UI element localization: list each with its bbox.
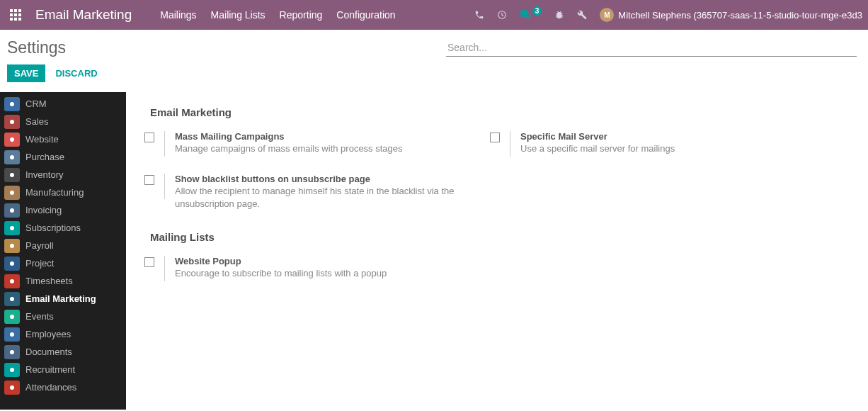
svg-point-11 [10,120,14,124]
sidebar-item-label: Subscriptions [25,223,81,233]
svg-point-13 [10,155,14,159]
svg-point-23 [10,332,14,337]
sidebar-item-sales[interactable]: Sales [0,113,126,130]
setting-text: Show blacklist buttons on unsubscribe pa… [175,174,466,210]
settings-row: Show blacklist buttons on unsubscribe pa… [140,174,854,227]
save-button[interactable]: SAVE [7,64,45,82]
sidebar-item-website[interactable]: Website [0,130,126,148]
svg-point-24 [10,350,14,354]
svg-rect-6 [10,18,13,21]
svg-rect-8 [18,18,21,21]
sidebar-item-label: Payroll [25,240,54,251]
discard-button[interactable]: DISCARD [55,68,97,79]
sidebar-item-attendances[interactable]: Attendances [0,378,126,396]
svg-rect-1 [14,9,17,12]
divider [510,131,510,157]
section-title: Mailing Lists [140,227,854,247]
svg-rect-3 [10,13,13,16]
svg-point-12 [10,137,14,142]
menu-configuration[interactable]: Configuration [336,9,395,21]
search-box [446,39,857,57]
setting-desc: Manage campaigns of mass emails with pro… [175,142,466,155]
setting-label: Show blacklist buttons on unsubscribe pa… [175,174,466,184]
sidebar-item-label: Manufacturing [25,187,84,198]
checkbox[interactable] [490,133,500,142]
sidebar-item-events[interactable]: Events [0,308,126,325]
checkbox[interactable] [144,257,154,267]
sidebar-item-label: Documents [25,347,72,357]
bug-icon[interactable] [554,10,564,20]
sidebar-item-timesheets[interactable]: Timesheets [0,272,126,290]
sidebar-item-label: Employees [25,329,71,339]
setting-text: Website PopupEncourage to subscribe to m… [175,256,466,281]
phone-icon[interactable] [474,10,484,20]
sidebar-item-documents[interactable]: Documents [0,343,126,361]
app-title[interactable]: Email Marketing [35,7,132,23]
setting-item: Specific Mail ServerUse a specific mail … [486,131,797,157]
svg-point-22 [10,315,14,319]
checkbox[interactable] [144,133,154,142]
sidebar-item-label: Project [25,258,54,269]
topbar: Email Marketing Mailings Mailing Lists R… [0,0,868,30]
setting-label: Specific Mail Server [520,131,797,142]
svg-point-20 [10,279,14,283]
setting-desc: Encourage to subscribe to mailing lists … [175,267,466,280]
svg-point-18 [10,244,14,248]
sidebar-item-payroll[interactable]: Payroll [0,237,126,254]
user-name: Mitchell Stephens (365707-saas-11-5-stud… [618,10,862,21]
settings-row: Mass Mailing CampaignsManage campaigns o… [140,131,854,174]
sidebar-item-label: Timesheets [25,276,73,286]
sidebar-icon [4,363,20,377]
tools-icon[interactable] [577,10,587,20]
content-row: CRMSalesWebsitePurchaseInventoryManufact… [0,92,868,410]
svg-point-16 [10,208,14,213]
sidebar[interactable]: CRMSalesWebsitePurchaseInventoryManufact… [0,92,126,410]
sidebar-item-label: Inventory [25,169,63,180]
section-title: Email Marketing [140,102,854,123]
search-input[interactable] [446,39,857,57]
svg-rect-2 [18,9,21,12]
settings-row: Website PopupEncourage to subscribe to m… [140,256,854,298]
divider [164,256,165,281]
sidebar-item-invoicing[interactable]: Invoicing [0,201,126,219]
clock-icon[interactable] [497,10,507,20]
sidebar-item-email-marketing[interactable]: Email Marketing [0,290,126,308]
sidebar-icon [4,345,20,359]
user-menu[interactable]: M Mitchell Stephens (365707-saas-11-5-st… [600,8,862,22]
svg-point-10 [10,102,14,106]
setting-desc: Use a specific mail server for mailings [520,142,797,155]
sidebar-item-recruitment[interactable]: Recruitment [0,361,126,378]
menu-mailing-lists[interactable]: Mailing Lists [211,9,265,21]
sidebar-icon [4,292,20,306]
sidebar-icon [4,186,20,200]
sidebar-item-manufacturing[interactable]: Manufacturing [0,184,126,201]
setting-item: Website PopupEncourage to subscribe to m… [140,256,466,281]
sidebar-item-label: Attendances [25,382,76,393]
setting-label: Mass Mailing Campaigns [175,131,466,142]
menu-mailings[interactable]: Mailings [160,9,196,21]
sidebar-item-subscriptions[interactable]: Subscriptions [0,219,126,237]
messages-icon[interactable]: 3 [520,9,542,21]
sidebar-item-inventory[interactable]: Inventory [0,166,126,184]
sidebar-item-crm[interactable]: CRM [0,95,126,113]
sidebar-icon [4,274,20,288]
setting-label: Website Popup [175,256,466,266]
sidebar-item-purchase[interactable]: Purchase [0,148,126,166]
sidebar-item-label: Events [25,311,54,322]
sidebar-icon [4,310,20,324]
sidebar-item-employees[interactable]: Employees [0,325,126,343]
sidebar-icon [4,221,20,235]
checkbox[interactable] [144,175,154,185]
sidebar-icon [4,115,20,129]
svg-point-26 [10,385,14,390]
messages-badge: 3 [532,6,542,16]
svg-rect-0 [10,9,13,12]
avatar: M [600,8,614,22]
apps-icon[interactable] [6,5,25,25]
sidebar-item-project[interactable]: Project [0,254,126,272]
setting-desc: Allow the recipient to manage himself hi… [175,185,466,210]
menu-reporting[interactable]: Reporting [280,9,323,21]
sidebar-item-label: Sales [25,116,49,127]
svg-point-14 [10,173,14,177]
svg-point-17 [10,226,14,230]
